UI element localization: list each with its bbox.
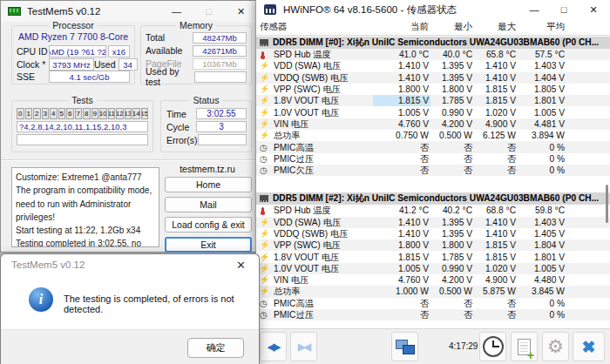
test-button-8[interactable]: 8 xyxy=(83,108,91,119)
test-button-3[interactable]: 3 xyxy=(42,108,50,119)
test-button-11[interactable]: 11 xyxy=(108,108,116,119)
hwinfo-window: HWiNFO® 64 v8.16-5600 - 传感器状态 — □ ✕ 传感器当… xyxy=(255,0,610,364)
dialog-close-icon[interactable]: ✕ xyxy=(236,259,246,272)
sensor-avg-value: 0 % xyxy=(518,165,566,176)
maximize-icon[interactable]: □ xyxy=(193,1,225,22)
column-header-0[interactable]: 传感器 xyxy=(260,21,373,33)
test-button-9[interactable]: 9 xyxy=(92,108,99,119)
sensor-row[interactable]: ⚡VPP (SWC) 电压1.800 V1.800 V1.815 V1.804 … xyxy=(256,239,610,251)
test-button-15[interactable]: 15 xyxy=(141,108,149,119)
sensor-min-value: 0.500 W xyxy=(430,286,474,297)
ok-button[interactable]: 确定 xyxy=(187,338,244,358)
test-button-12[interactable]: 12 xyxy=(116,108,124,119)
tests-group-label: Tests xyxy=(68,95,97,105)
sensor-section-title: DDR5 DIMM [#0]: Xi抋n UniIC Semiconductor… xyxy=(273,37,599,49)
sensor-row[interactable]: ⚡1.0V VOUT 电压1.005 V0.990 V1.020 V1.005 … xyxy=(256,263,610,274)
settings-button[interactable]: ⚙ xyxy=(542,332,569,361)
test-button-1[interactable]: 1 xyxy=(25,108,33,119)
collapse-columns-button[interactable]: ▶◀ xyxy=(290,332,317,361)
remote-monitoring-button[interactable] xyxy=(391,332,418,361)
sensor-row[interactable]: SPD Hub 温度41.2 °C40.2 °C68.8 °C59.8 °C xyxy=(256,205,610,216)
sensor-row[interactable]: ⚡VDDQ (SWB) 电压1.410 V1.395 V1.410 V1.405… xyxy=(256,228,610,239)
test-button-7[interactable]: 7 xyxy=(75,108,83,119)
sensor-row[interactable]: ⚡VIN 电压4.760 V4.200 V4.900 V4.480 V xyxy=(256,274,610,286)
maximize-icon[interactable]: □ xyxy=(549,0,579,19)
hwinfo-titlebar[interactable]: HWiNFO® 64 v8.16-5600 - 传感器状态 — □ ✕ xyxy=(256,0,610,19)
column-header-3[interactable]: 最大 xyxy=(474,21,518,33)
close-sensors-button[interactable]: ✖ xyxy=(573,332,605,361)
column-header-4[interactable]: 平均 xyxy=(518,21,566,33)
minimize-icon[interactable]: — xyxy=(519,0,549,19)
sensor-row[interactable]: ◷PMIC过压否否否0 % xyxy=(256,153,610,165)
clock-glyph: ◷ xyxy=(260,153,268,165)
sensor-max-value: 1.410 V xyxy=(474,217,518,228)
sensor-row[interactable]: ◷PMIC高温否否否0 % xyxy=(256,298,610,309)
mail-button[interactable]: Mail xyxy=(165,197,252,212)
expand-columns-button[interactable]: ◀▶ xyxy=(260,332,287,361)
separator xyxy=(1,159,257,161)
clock-label: Clock * xyxy=(17,59,49,70)
sensor-row[interactable]: ⚡1.8V VOUT 电压1.815 V1.785 V1.815 V1.801 … xyxy=(256,95,610,106)
time-label: Time xyxy=(166,109,196,119)
test-number-buttons: 0123456789101112131415 xyxy=(17,108,148,119)
column-header-1[interactable]: 当前 xyxy=(373,21,430,33)
sensor-row[interactable]: ⚡VPP (SWC) 电压1.800 V1.800 V1.815 V1.805 … xyxy=(256,84,610,95)
sensor-row[interactable]: ◷PMIC过压否否否0 % xyxy=(256,309,610,320)
bolt-glyph: ⚡ xyxy=(260,228,269,239)
status-group: Status Time 3:02.55 Cycle 3 Error(s) xyxy=(160,100,252,152)
sensor-row[interactable]: ⚡VDD (SWA) 电压1.410 V1.395 V1.410 V1.403 … xyxy=(256,217,610,228)
load-config-exit-button[interactable]: Load config & exit xyxy=(165,217,252,233)
sensor-row[interactable]: ◷PMIC高温否否否0 % xyxy=(256,141,610,152)
voltage-bolt-icon: ⚡ xyxy=(260,228,274,239)
scrollbar-thumb[interactable] xyxy=(606,185,608,223)
voltage-bolt-icon: ⚡ xyxy=(260,263,274,274)
report-button[interactable]: + xyxy=(511,332,538,361)
memory-row: Used by test xyxy=(146,71,247,83)
sensor-min-value: 否 xyxy=(430,309,474,320)
sensor-section-header[interactable]: DDR5 DIMM [#0]: Xi抋n UniIC Semiconductor… xyxy=(256,37,610,49)
dialog-titlebar[interactable]: TestMem5 v0.12 ✕ xyxy=(1,254,259,277)
sensor-row[interactable]: ⚡VIN 电压4.760 V4.200 V4.900 V4.481 V xyxy=(256,118,610,130)
test-sequence-input[interactable]: ?4,2,8,14,2,10,11,1,15,2,10,3 xyxy=(17,121,148,132)
test-button-4[interactable]: 4 xyxy=(50,108,58,119)
test-button-6[interactable]: 6 xyxy=(66,108,74,119)
sensor-row[interactable]: ⚡1.8V VOUT 电压1.815 V1.785 V1.815 V1.801 … xyxy=(256,251,610,262)
exit-button[interactable]: Exit xyxy=(165,237,252,253)
memory-row-label: Available xyxy=(146,45,182,56)
test-button-14[interactable]: 14 xyxy=(132,108,140,119)
memory-group: Memory Total48247MbAvailable42671MbPageF… xyxy=(140,25,252,84)
status-group-label: Status xyxy=(190,95,223,105)
log-line: Testing completed in 3:02.55, no errors. xyxy=(16,237,155,247)
home-button[interactable]: Home xyxy=(165,177,252,192)
sensor-row[interactable]: ⚡VDD (SWA) 电压1.410 V1.395 V1.410 V1.403 … xyxy=(256,60,610,71)
sensor-section-title: DDR5 DIMM [#2]: Xi抋n UniIC Semiconductor… xyxy=(273,192,599,205)
sensor-row[interactable]: SPD Hub 温度41.0 °C40.0 °C65.8 °C57.5 °C xyxy=(256,49,610,60)
test-extra-input[interactable] xyxy=(17,134,148,145)
sensor-row[interactable]: ◷PMIC欠压否否否0 % xyxy=(256,165,610,176)
test-button-5[interactable]: 5 xyxy=(58,108,66,119)
sensor-name: VDD (SWA) 电压 xyxy=(274,60,373,71)
test-button-13[interactable]: 13 xyxy=(125,108,132,119)
testmem5-titlebar[interactable]: TestMem5 v0.12 — □ ✕ xyxy=(1,1,257,22)
minimize-icon[interactable]: — xyxy=(160,1,193,22)
sensor-section-header[interactable]: DDR5 DIMM [#2]: Xi抋n UniIC Semiconductor… xyxy=(256,192,610,205)
clock-button[interactable] xyxy=(479,332,506,361)
sensor-avg-value: 59.8 °C xyxy=(518,205,566,216)
close-icon[interactable]: ✕ xyxy=(579,0,608,19)
cpu-name: AMD Ryzen 7 7700 8-Core xyxy=(12,31,134,42)
voltage-bolt-icon: ⚡ xyxy=(260,239,274,251)
sensor-max-value: 1.020 V xyxy=(474,107,518,118)
sensor-min-value: 1.800 V xyxy=(430,239,474,251)
sensor-name: PMIC欠压 xyxy=(274,165,373,176)
test-button-0[interactable]: 0 xyxy=(17,108,24,119)
column-header-2[interactable]: 最小 xyxy=(430,21,474,33)
test-button-10[interactable]: 10 xyxy=(99,108,107,119)
sensor-row[interactable]: ⚡1.0V VOUT 电压1.005 V0.990 V1.020 V1.005 … xyxy=(256,106,610,118)
close-icon[interactable]: ✕ xyxy=(225,1,257,22)
sensor-row[interactable]: ⚡VDDQ (SWB) 电压1.410 V1.395 V1.410 V1.404… xyxy=(256,72,610,84)
test-button-2[interactable]: 2 xyxy=(33,108,41,119)
sensor-row[interactable]: ⚡总功率1.000 W0.500 W5.875 W3.845 W xyxy=(256,286,610,297)
sensor-avg-value: 0 % xyxy=(518,309,566,320)
status-clock-icon: ◷ xyxy=(260,309,274,320)
sensor-row[interactable]: ⚡总功率0.750 W0.500 W6.125 W3.894 W xyxy=(256,130,610,141)
